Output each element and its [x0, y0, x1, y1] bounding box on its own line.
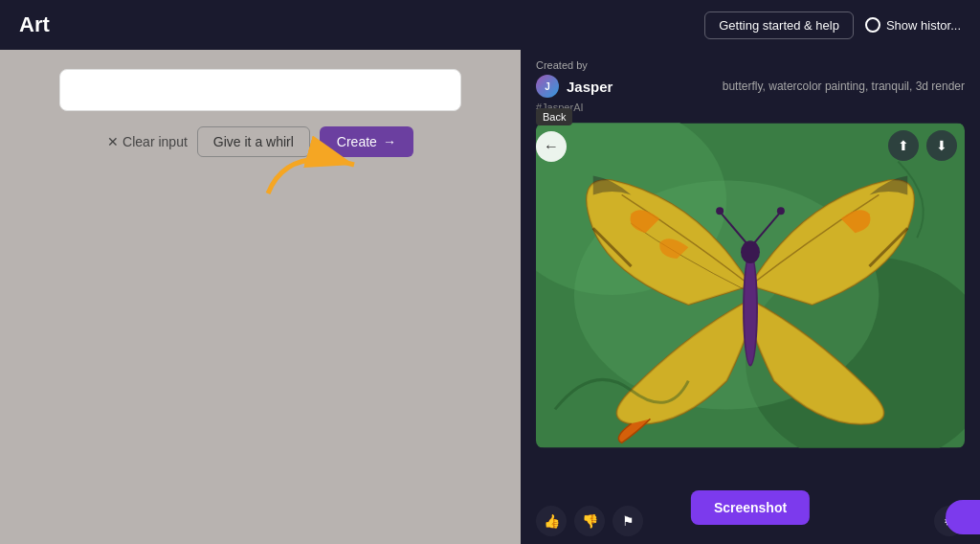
right-panel: Created by J Jasper butterfly, watercolo…: [521, 50, 980, 544]
svg-point-9: [716, 207, 724, 215]
author-avatar: J: [536, 75, 559, 98]
panel-header: Created by J Jasper butterfly, watercolo…: [521, 50, 980, 123]
main-content: ✕ Clear input Give it a whirl Create →: [0, 50, 980, 544]
image-container: ⬆ ⬇: [536, 123, 965, 498]
app-header: Art Getting started & help Show histor..…: [0, 0, 980, 50]
show-history-button[interactable]: Show histor...: [865, 17, 961, 33]
clock-icon: [865, 17, 880, 33]
download-button[interactable]: ⬇: [926, 130, 957, 161]
bottom-right-decoration: [946, 500, 980, 534]
svg-point-7: [741, 240, 760, 263]
thumbs-up-button[interactable]: 👍: [536, 506, 567, 536]
header-actions: Getting started & help Show histor...: [704, 11, 961, 39]
app-title: Art: [19, 12, 50, 37]
back-button-container: Back ←: [536, 131, 567, 162]
author-name: Jasper: [567, 79, 612, 95]
x-icon: ✕: [107, 134, 119, 149]
arrow-icon: →: [383, 134, 396, 149]
bottom-left-actions: 👍 👎 ⚑: [536, 506, 643, 536]
getting-started-button[interactable]: Getting started & help: [704, 11, 854, 39]
svg-point-6: [745, 254, 756, 364]
show-history-label: Show histor...: [886, 18, 961, 33]
created-by-label: Created by: [536, 59, 965, 71]
prompt-input[interactable]: [59, 69, 461, 111]
image-tags: butterfly, watercolor painting, tranquil…: [723, 79, 965, 93]
image-actions-top: ⬆ ⬇: [888, 130, 957, 161]
arrow-annotation: [258, 126, 373, 207]
author-row: J Jasper butterfly, watercolor painting,…: [536, 75, 965, 98]
clear-input-label: Clear input: [122, 134, 188, 149]
svg-point-11: [777, 207, 785, 215]
back-tooltip-label: Back: [536, 108, 572, 125]
butterfly-image: [536, 123, 965, 448]
share-button[interactable]: ⬆: [888, 130, 919, 161]
left-panel: ✕ Clear input Give it a whirl Create →: [0, 50, 521, 544]
back-button[interactable]: ←: [536, 131, 567, 162]
flag-button[interactable]: ⚑: [612, 506, 643, 536]
thumbs-down-button[interactable]: 👎: [574, 506, 605, 536]
screenshot-button[interactable]: Screenshot: [691, 490, 810, 525]
clear-input-button[interactable]: ✕ Clear input: [107, 134, 188, 149]
author-handle: #JasperAI: [536, 102, 965, 113]
